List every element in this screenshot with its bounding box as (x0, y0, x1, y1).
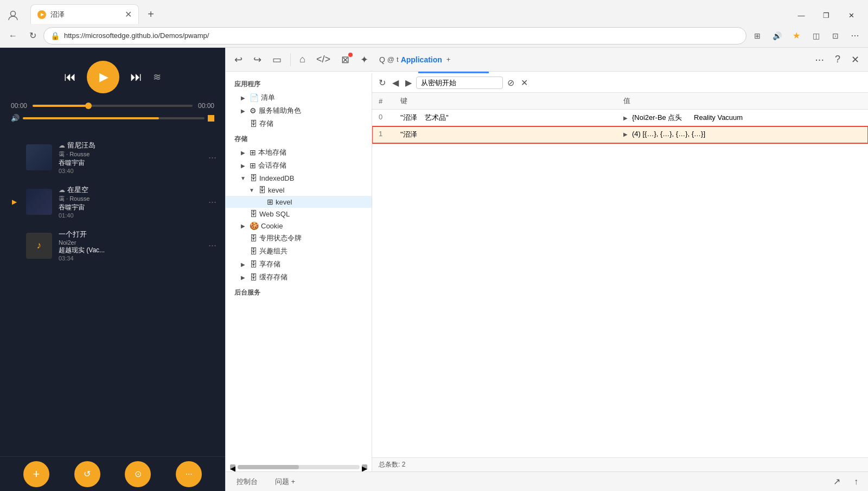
collections-button[interactable]: ⊡ (827, 27, 844, 44)
sidebar-item-label: IndexedDB (259, 174, 294, 182)
progress-bar-container: 00:00 00:00 (11, 102, 214, 110)
track-menu-button[interactable]: ··· (208, 196, 216, 208)
sidebar-item-local-storage[interactable]: ⊞ 本地存储 (226, 146, 372, 159)
sidebar-item-service-workers[interactable]: ⚙ 服务辅助角色 (226, 104, 372, 117)
sidebar-item-web-sql[interactable]: 🗄 Web SQL (226, 208, 372, 220)
track-menu-button[interactable]: ··· (208, 152, 216, 163)
list-item[interactable]: ☁ 留尼汪岛 霭 · Rousse 吞噬宇宙 03:40 ··· (0, 135, 225, 180)
prev-entry-button[interactable]: ◀ (390, 75, 401, 90)
profile-icon[interactable] (4, 7, 22, 24)
sidebar-item-session-storage[interactable]: ⊞ 会话存储 (226, 159, 372, 172)
tab-title: 沼泽 (50, 10, 120, 20)
split-view-button[interactable]: ⊞ (749, 27, 766, 44)
sidebar-item-cache-storage[interactable]: 🗄 缓存存储 (226, 271, 372, 284)
list-item[interactable]: ▶ ☁ 在星空 霭 · Rousse 吞噬宇宙 01:40 ··· (0, 180, 225, 224)
address-bar[interactable]: 🔒 https://microsoftedge.github.io/Demos/… (43, 27, 746, 44)
network-button[interactable]: ⊠ (337, 52, 354, 68)
player-bottom-bar: + ↺ ⊙ ··· (0, 456, 225, 491)
sidebar-item-interest-group[interactable]: 🗄 兴趣组共 (226, 245, 372, 258)
console-button[interactable]: </> (312, 52, 335, 67)
tab-close-button[interactable]: ✕ (125, 9, 132, 20)
refresh-button[interactable]: ↻ (24, 27, 41, 44)
sidebar-item-kevel-db[interactable]: 🗄 kevel (226, 184, 372, 196)
progress-bar[interactable] (33, 105, 193, 107)
sidebar-item-label: 享存储 (259, 259, 280, 269)
scroll-left-button[interactable]: ◀ (230, 464, 235, 470)
section-label-application: 应用程序 (226, 78, 372, 91)
tree-arrow-cache (239, 273, 247, 282)
sidebar-item-label: kevel (276, 198, 292, 206)
waveform-button[interactable]: ≋ (153, 71, 161, 83)
sidebar-item-cookie[interactable]: 🍪 Cookie (226, 220, 372, 232)
expand-icon[interactable]: ▶ (623, 115, 628, 121)
application-tab-label[interactable]: Application (401, 55, 442, 64)
url-text: https://microsoftedge.github.io/Demos/pw… (64, 31, 739, 40)
sidebar-item-shared-storage[interactable]: 🗄 享存储 (226, 258, 372, 271)
key-filter-input[interactable] (416, 76, 503, 89)
sidebar-item-storage[interactable]: 🗄 存储 (226, 117, 372, 130)
console-tab[interactable]: 控制台 (230, 475, 264, 489)
cookie-icon: 🍪 (250, 221, 259, 230)
shuffle-button[interactable]: ↺ (74, 461, 100, 487)
sidebar-item-label: 会话存储 (258, 161, 286, 170)
tree-arrow-session (239, 161, 247, 170)
doc-icon: 📄 (250, 93, 259, 102)
track-subtitle: 霭 · Rousse (59, 150, 202, 158)
close-button[interactable]: ✕ (839, 7, 864, 24)
table-row[interactable]: 1 "沼泽 ▶ (4) [{…}, {…}, {…}, {…}] (372, 126, 868, 143)
sidebar-item-manifest[interactable]: 📄 清单 (226, 91, 372, 104)
sidebar-item-kevel-table[interactable]: ⊞ kevel (226, 196, 372, 208)
console-drawer-button[interactable]: ▭ (268, 52, 286, 68)
track-duration: 03:34 (59, 255, 202, 262)
more-button[interactable]: ··· (176, 461, 202, 487)
col-header-key: 键 (394, 93, 617, 110)
volume-bar[interactable] (23, 117, 205, 119)
undock-button[interactable]: ↑ (848, 474, 864, 489)
sidebar-item-indexed-db[interactable]: 🗄 IndexedDB (226, 172, 372, 184)
restore-button[interactable]: ❐ (814, 7, 839, 24)
favorite-button[interactable]: ★ (788, 27, 805, 44)
device-toggle-button[interactable]: ↩ (230, 52, 247, 68)
scroll-right-button[interactable]: ▶ (362, 464, 367, 470)
tree-section-bg-services: 后台服务 (226, 286, 372, 299)
add-button[interactable]: + (23, 461, 49, 487)
db-icon: 🗄 (250, 234, 257, 243)
track-menu-button[interactable]: ··· (208, 240, 216, 251)
refresh-data-button[interactable]: ↻ (376, 75, 388, 90)
play-button[interactable] (87, 61, 119, 93)
more-options-button[interactable]: ··· (810, 51, 828, 68)
row-key: "沼泽 艺术品" (394, 110, 617, 126)
more-tools-button[interactable]: ··· (846, 27, 864, 44)
plus-symbol: + (446, 55, 451, 63)
back-button[interactable]: ← (4, 27, 22, 44)
volume-fill (23, 117, 159, 119)
new-tab-button[interactable]: + (141, 4, 161, 24)
performance-button[interactable]: ✦ (356, 52, 373, 68)
sidebar-item-private-token[interactable]: 🗄 专用状态令牌 (226, 232, 372, 245)
clear-filter-button[interactable]: ✕ (519, 75, 530, 90)
minimize-button[interactable]: — (789, 7, 814, 24)
read-aloud-button[interactable]: 🔊 (768, 27, 786, 44)
close-devtools-button[interactable]: ✕ (847, 52, 864, 68)
issues-tab[interactable]: 问题 + (269, 475, 302, 489)
inspect-button[interactable]: ↪ (249, 52, 266, 68)
list-item[interactable]: ♪ 一个打开 Noi2er 超越现实 (Vac... 03:34 ··· (0, 224, 225, 267)
tree-arrow-manifest (239, 93, 247, 102)
previous-button[interactable]: ⏮ (64, 70, 76, 84)
browser-tab-active[interactable]: 沼泽 ✕ (30, 4, 139, 24)
data-table: # 键 值 0 "沼泽 艺术品" ▶ (372, 93, 868, 457)
help-button[interactable]: ? (831, 52, 845, 67)
detach-button[interactable]: ↗ (829, 474, 844, 489)
sidebar-toggle-button[interactable]: ◫ (807, 27, 825, 44)
album-art (26, 144, 52, 170)
sidebar-hscroll[interactable]: ◀ ▶ (226, 463, 372, 471)
next-entry-button[interactable]: ▶ (403, 75, 414, 90)
next-button[interactable]: ⏭ (130, 70, 142, 84)
repeat-button[interactable]: ⊙ (125, 461, 151, 487)
divider (290, 53, 291, 66)
cancel-filter-button[interactable]: ⊘ (505, 75, 516, 90)
track-title: 留尼汪岛 (67, 141, 95, 150)
elements-button[interactable]: ⌂ (295, 52, 310, 67)
table-row[interactable]: 0 "沼泽 艺术品" ▶ {Noi2er-Be 点头 Reality Vacuu… (372, 110, 868, 126)
expand-icon[interactable]: ▶ (623, 131, 628, 137)
